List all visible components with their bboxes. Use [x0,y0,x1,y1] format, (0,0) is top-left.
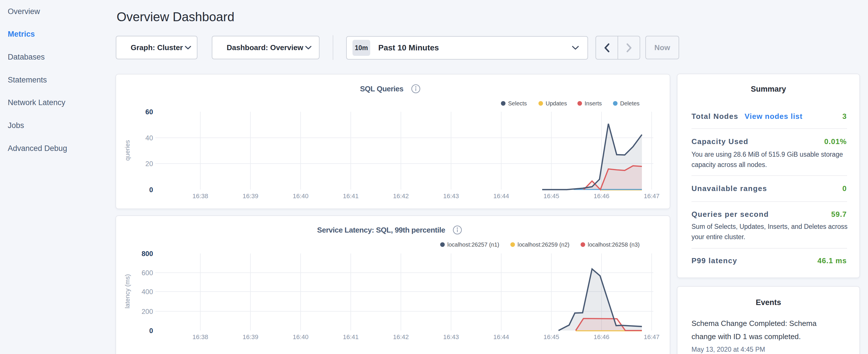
svg-text:0: 0 [149,327,153,334]
svg-text:16:46: 16:46 [593,192,609,200]
svg-text:16:39: 16:39 [242,333,258,341]
svg-text:latency (ms): latency (ms) [124,274,131,309]
svg-text:800: 800 [142,250,153,257]
svg-text:localhost:26257 (n1): localhost:26257 (n1) [447,242,499,248]
svg-text:60: 60 [145,108,153,116]
svg-text:Inserts: Inserts [585,100,602,106]
svg-text:16:46: 16:46 [593,333,609,341]
svg-text:Updates: Updates [546,100,567,106]
svg-text:16:43: 16:43 [443,192,459,200]
svg-text:400: 400 [142,288,153,296]
svg-text:16:41: 16:41 [343,333,359,341]
svg-text:localhost:26258 (n3): localhost:26258 (n3) [588,242,640,248]
svg-text:16:42: 16:42 [393,333,409,341]
svg-text:600: 600 [142,269,153,277]
svg-text:16:38: 16:38 [192,333,208,341]
svg-text:16:47: 16:47 [644,333,659,341]
svg-text:localhost:26259 (n2): localhost:26259 (n2) [518,242,569,248]
svg-text:Selects: Selects [508,100,527,106]
svg-text:40: 40 [145,134,153,142]
svg-text:16:41: 16:41 [343,192,359,200]
svg-text:200: 200 [142,308,153,315]
svg-text:16:39: 16:39 [242,192,258,200]
svg-text:20: 20 [145,160,153,167]
svg-text:Deletes: Deletes [620,100,640,106]
svg-text:16:45: 16:45 [543,192,559,200]
svg-text:16:40: 16:40 [292,333,308,341]
svg-text:16:47: 16:47 [644,192,659,200]
svg-text:16:42: 16:42 [393,192,409,200]
svg-text:16:44: 16:44 [493,333,509,341]
svg-text:16:45: 16:45 [543,333,559,341]
svg-text:16:44: 16:44 [493,192,509,200]
svg-text:queries: queries [124,140,131,161]
svg-text:0: 0 [149,186,153,194]
svg-text:16:40: 16:40 [292,192,308,200]
svg-text:16:38: 16:38 [192,192,208,200]
svg-text:16:43: 16:43 [443,333,459,341]
